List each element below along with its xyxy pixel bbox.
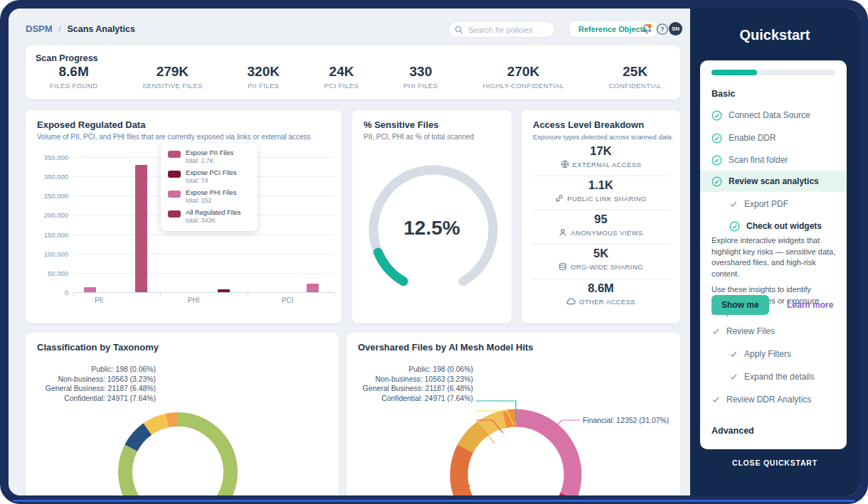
access-row: 17K EXTERNAL ACCESS (530, 144, 672, 168)
link-icon (555, 194, 563, 203)
access-row: 8.6M OTHER ACCESS (530, 282, 672, 306)
x-label: PHI (188, 296, 200, 304)
y-tick: 100,000 (28, 250, 68, 258)
quickstart-card: Basic Connect Data Source Enable DDR Sca… (700, 60, 847, 449)
database-icon (559, 262, 567, 271)
stat-pci-files: 24KPCI FILES (324, 64, 359, 90)
step-connect-data-source[interactable]: Connect Data Source (700, 104, 847, 126)
search-input[interactable] (467, 25, 549, 35)
cloud-icon (566, 297, 576, 306)
check-circle-icon (729, 221, 740, 232)
card-subtitle: Volume of PII, PCI, and PHI files that a… (37, 133, 311, 141)
donut-label: Public: 198 (0.06%) Non-business: 10563 … (363, 365, 473, 403)
step-export-pdf[interactable]: Export PDF (700, 193, 847, 215)
person-icon (559, 228, 567, 237)
help-button[interactable]: ? (655, 23, 669, 36)
chart-legend-tooltip: Expose PII Filestotal: 2.7K Expose PCI F… (161, 143, 258, 231)
quickstart-section-basic: Basic (711, 89, 735, 99)
card-title: Classification by Taxonomy (37, 342, 159, 353)
stat-sensitive-files: 279KSENSITIVE FILES (142, 64, 203, 90)
breadcrumb-separator: / (58, 23, 61, 34)
access-row: 5K ORG-WIDE SHARING (530, 247, 672, 271)
stat-confidential: 25KCONFIDENTIAL (608, 64, 661, 90)
y-tick: 350,000 (28, 154, 68, 161)
breadcrumb: DSPM / Scans Analytics (26, 23, 135, 34)
scan-progress-stats: 8.6MFILES FOUND 279KSENSITIVE FILES 320K… (50, 64, 662, 90)
check-icon (711, 327, 720, 336)
help-icon: ? (656, 27, 669, 38)
step-review-scan-analytics[interactable]: Review scan analytics (700, 171, 847, 192)
show-me-button[interactable]: Show me (711, 295, 769, 315)
donut-label-financial: Financial: 12352 (31.07%) (583, 416, 669, 426)
search-icon (455, 26, 463, 34)
y-tick: 50,000 (28, 269, 68, 277)
bell-icon (640, 27, 653, 38)
page-title: Scans Analytics (67, 24, 134, 34)
legend-item: Expose PHI Filestotal: 152 (168, 189, 250, 204)
svg-text:?: ? (660, 26, 665, 33)
classification-taxonomy-card: Classification by Taxonomy Public: 198 (… (26, 333, 339, 504)
card-title: Exposed Regulated Data (37, 119, 145, 130)
bar (135, 165, 147, 292)
legend-swatch (168, 151, 181, 158)
check-icon (729, 372, 738, 381)
gauge-value: 12.5% (352, 217, 512, 240)
legend-swatch (168, 191, 181, 198)
notifications-button[interactable] (640, 23, 653, 36)
step-review-ddr-analytics[interactable]: Review DDR Analytics (700, 389, 847, 410)
search-box[interactable] (448, 21, 555, 38)
check-circle-icon (711, 155, 722, 166)
x-label: PCI (282, 296, 294, 304)
step-review-files[interactable]: Review Files (700, 321, 847, 342)
sensitive-files-gauge-card: % Sensitive Files PII, PCI, PHI as % of … (352, 110, 512, 323)
step-scan-first-folder[interactable]: Scan first folder (700, 149, 847, 171)
card-title: Access Level Breakdown (533, 119, 644, 130)
quickstart-title: Quickstart (690, 27, 859, 43)
y-tick: 150,000 (28, 231, 68, 239)
scan-progress-card: Scan Progress 8.6MFILES FOUND 279KSENSIT… (26, 45, 680, 100)
check-icon (729, 350, 738, 358)
bar (218, 289, 230, 292)
check-circle-icon (711, 133, 722, 144)
app-frame: DSPM / Scans Analytics Reference Objects… (0, 0, 868, 504)
avatar[interactable]: SN (669, 22, 682, 36)
stat-phi-files: 330PHI FILES (403, 64, 438, 90)
stat-files-found: 8.6MFILES FOUND (50, 64, 97, 90)
check-icon (711, 395, 720, 404)
step-check-out-widgets[interactable]: Check out widgets (700, 215, 847, 237)
legend-item: All Regulated Filestotal: 343K (168, 209, 250, 224)
y-tick: 0 (28, 289, 68, 296)
legend-swatch (168, 210, 181, 218)
learn-more-link[interactable]: Learn more (787, 300, 833, 310)
x-label: PII (95, 296, 103, 304)
quickstart-progress-fill (711, 70, 757, 75)
close-quickstart-button[interactable]: CLOSE QUICKSTART (690, 459, 859, 467)
y-tick: 200,000 (28, 211, 68, 219)
stat-pii-files: 320KPII FILES (248, 64, 280, 90)
exposed-regulated-data-card: Exposed Regulated Data Volume of PII, PC… (26, 110, 342, 323)
gauge-fill (378, 252, 403, 282)
quickstart-progress (711, 70, 835, 75)
legend-item: Expose PII Filestotal: 2.7K (168, 149, 250, 164)
step-enable-ddr[interactable]: Enable DDR (700, 127, 847, 149)
access-level-breakdown-card: Access Level Breakdown Exposure types de… (522, 110, 680, 323)
breadcrumb-root-link[interactable]: DSPM (26, 23, 53, 34)
access-row: 1.1K PUBLIC LINK SHARING (530, 178, 672, 203)
quickstart-panel: Quickstart Basic Connect Data Source Ena… (690, 9, 859, 495)
frame-bottom-accent (13, 500, 855, 502)
scan-progress-title: Scan Progress (36, 53, 98, 63)
legend-swatch (168, 171, 181, 178)
bar (84, 287, 96, 292)
y-tick: 250,000 (28, 192, 68, 200)
app-window: DSPM / Scans Analytics Reference Objects… (0, 0, 868, 504)
step-apply-filters[interactable]: Apply Filters (700, 343, 847, 365)
card-subtitle: Exposure types detected across scanned d… (533, 133, 674, 141)
stat-highly-confidential: 270KHIGHLY-CONFIDENTIAL (482, 64, 563, 90)
step-expand-the-details[interactable]: Expand the details (700, 366, 847, 387)
quickstart-section-advanced: Advanced (711, 426, 754, 436)
legend-item: Expose PCI Filestotal: 74 (168, 169, 250, 184)
overshared-files-card: Overshared Files by AI Mesh Model Hits P… (346, 333, 680, 504)
globe-icon (561, 160, 569, 168)
y-tick: 300,000 (28, 173, 68, 181)
bar (307, 284, 319, 292)
